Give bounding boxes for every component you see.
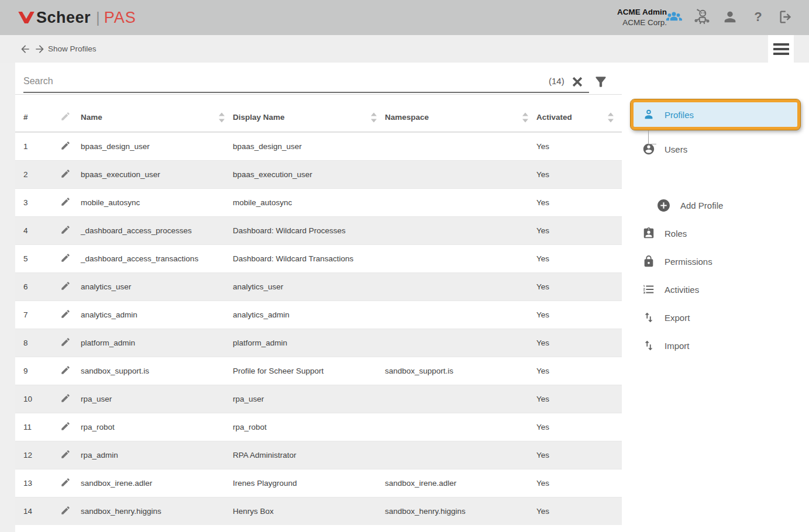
cell-activated: Yes	[536, 367, 622, 375]
help-icon[interactable]: ?	[749, 8, 767, 26]
sidebar-item-label: Roles	[665, 229, 687, 239]
row-number: 5	[23, 254, 60, 263]
app-header: Scheer | PAS ACME Admin ACME Corp.	[0, 0, 809, 35]
edit-icon[interactable]	[60, 309, 71, 319]
col-header-number: #	[23, 113, 60, 122]
table-row[interactable]: 14 sandbox_henry.higgins Henrys Box sand…	[15, 497, 622, 525]
sort-icon[interactable]	[371, 112, 377, 122]
admin-sidebar: Users Profiles Add Profile Roles Permiss…	[622, 63, 809, 532]
edit-icon[interactable]	[60, 281, 71, 291]
edit-icon[interactable]	[60, 196, 71, 207]
robot-icon[interactable]	[693, 8, 711, 26]
user-icon[interactable]	[721, 8, 739, 26]
cell-display-name: bpaas_design_user	[233, 142, 385, 151]
row-number: 9	[23, 367, 60, 375]
table-row[interactable]: 1 bpaas_design_user bpaas_design_user Ye…	[15, 132, 622, 160]
edit-icon[interactable]	[60, 224, 71, 235]
sidebar-item-roles[interactable]: Roles	[622, 219, 809, 247]
edit-icon[interactable]	[60, 421, 71, 431]
brand-logo: Scheer | PAS	[18, 8, 136, 27]
edit-icon[interactable]	[60, 365, 71, 375]
col-header-name[interactable]: Name	[81, 113, 233, 122]
cell-display-name: Dashboard: Wildcard Processes	[233, 226, 385, 235]
cell-name: rpa_user	[81, 395, 233, 403]
forward-arrow-icon[interactable]	[34, 43, 46, 55]
row-number: 12	[23, 451, 60, 460]
edit-icon[interactable]	[60, 337, 71, 347]
row-number: 8	[23, 338, 60, 347]
col-header-activated[interactable]: Activated	[536, 113, 622, 122]
row-number: 1	[23, 142, 60, 151]
filter-icon[interactable]	[593, 74, 608, 89]
menu-toggle-button[interactable]	[768, 35, 794, 63]
col-header-namespace[interactable]: Namespace	[385, 113, 536, 122]
main-content: (14) # Name Display Name Namespace	[15, 63, 622, 532]
sidebar-item-import[interactable]: Import	[622, 331, 809, 360]
table-row[interactable]: 13 sandbox_irene.adler Irenes Playground…	[15, 469, 622, 497]
breadcrumb-bar: Show Profiles	[0, 35, 809, 63]
cell-activated: Yes	[536, 507, 622, 516]
sidebar-item-label: Import	[665, 341, 690, 351]
edit-icon[interactable]	[60, 168, 71, 179]
user-groups-icon[interactable]	[665, 8, 683, 26]
sidebar-item-profiles[interactable]: Profiles	[631, 99, 800, 130]
col-header-display-name[interactable]: Display Name	[233, 113, 385, 122]
badge-icon	[642, 227, 655, 240]
sidebar-item-add-profile[interactable]: Add Profile	[622, 191, 809, 219]
col-header-edit	[60, 111, 81, 123]
cell-name: bpaas_execution_user	[81, 170, 233, 179]
edit-icon[interactable]	[60, 253, 71, 263]
scheer-logo-icon	[18, 9, 35, 26]
cell-display-name: rpa_robot	[233, 423, 385, 431]
row-number: 7	[23, 310, 60, 319]
sidebar-item-label: Profiles	[665, 110, 694, 120]
import-export-icon	[642, 311, 655, 324]
sidebar-item-activities[interactable]: Activities	[622, 275, 809, 303]
table-row[interactable]: 12 rpa_admin RPA Administrator Yes	[15, 441, 622, 469]
numbered-list-icon	[642, 283, 655, 296]
cell-name: platform_admin	[81, 338, 233, 347]
sort-icon[interactable]	[522, 112, 528, 122]
table-row[interactable]: 8 platform_admin platform_admin Yes	[15, 329, 622, 357]
account-name: ACME Admin	[617, 7, 667, 18]
logout-icon[interactable]	[777, 8, 795, 26]
edit-icon[interactable]	[60, 505, 71, 516]
logo-divider: |	[96, 9, 100, 27]
table-row[interactable]: 5 _dashboard_access_transactions Dashboa…	[15, 244, 622, 272]
table-row[interactable]: 3 mobile_autosync mobile_autosync Yes	[15, 188, 622, 216]
edit-icon[interactable]	[60, 449, 71, 460]
cell-display-name: analytics_user	[233, 282, 385, 291]
table-row[interactable]: 7 analytics_admin analytics_admin Yes	[15, 300, 622, 329]
table-row[interactable]: 6 analytics_user analytics_user Yes	[15, 272, 622, 300]
cell-namespace: sandbox_irene.adler	[385, 479, 536, 488]
sidebar-item-users[interactable]: Users	[622, 135, 809, 163]
table-row[interactable]: 4 _dashboard_access_processes Dashboard:…	[15, 216, 622, 244]
row-number: 13	[23, 479, 60, 488]
cell-name: sandbox_henry.higgins	[81, 507, 233, 516]
edit-icon[interactable]	[60, 140, 71, 151]
cell-display-name: rpa_user	[233, 395, 385, 403]
sort-icon[interactable]	[219, 112, 225, 122]
table-row[interactable]: 11 rpa_robot rpa_robot Yes	[15, 413, 622, 441]
cell-display-name: platform_admin	[233, 338, 385, 347]
edit-icon[interactable]	[60, 477, 71, 488]
left-gutter	[0, 63, 15, 532]
table-row[interactable]: 9 sandbox_support.is Profile for Scheer …	[15, 357, 622, 385]
row-number: 3	[23, 198, 60, 207]
cell-name: analytics_admin	[81, 310, 233, 319]
table-row[interactable]: 2 bpaas_execution_user bpaas_execution_u…	[15, 160, 622, 188]
sidebar-item-export[interactable]: Export	[622, 303, 809, 331]
edit-icon[interactable]	[60, 393, 71, 403]
sidebar-item-permissions[interactable]: Permissions	[622, 247, 809, 275]
clear-search-icon[interactable]	[570, 75, 584, 89]
cell-activated: Yes	[536, 198, 622, 207]
table-row[interactable]: 10 rpa_user rpa_user Yes	[15, 385, 622, 413]
sidebar-item-label: Add Profile	[680, 201, 723, 210]
sort-icon[interactable]	[608, 112, 614, 122]
back-arrow-icon[interactable]	[19, 43, 31, 55]
search-input[interactable]	[23, 71, 589, 93]
table-header-row: # Name Display Name Namespace Activated	[15, 103, 622, 132]
cell-name: _dashboard_access_processes	[81, 226, 233, 235]
cell-activated: Yes	[536, 310, 622, 319]
cell-name: sandbox_irene.adler	[81, 479, 233, 488]
